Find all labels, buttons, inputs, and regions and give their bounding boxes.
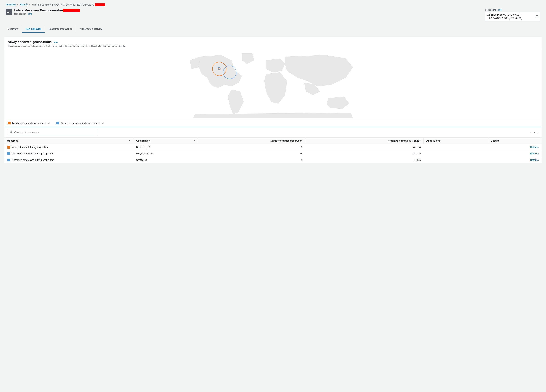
panel-description: This resource was observed operating in … <box>8 45 538 47</box>
chevron-right-icon: › <box>538 153 539 155</box>
table-row[interactable]: Newly observed during scope timeBellevue… <box>4 144 542 150</box>
legend-swatch-newly <box>8 122 11 124</box>
legend-label-newly: Newly observed during scope time <box>12 122 49 124</box>
chevron-right-icon: › <box>538 146 539 148</box>
search-icon <box>10 131 12 134</box>
chevron-right-icon: › <box>17 3 18 6</box>
page-number: 1 <box>534 131 535 134</box>
breadcrumb-search[interactable]: Search <box>20 3 27 6</box>
table-row[interactable]: Observed before and during scope timeSea… <box>4 157 542 163</box>
sort-icon: ▽ <box>419 139 421 141</box>
row-geolocation: Bellevue, US <box>133 144 198 150</box>
row-annotations <box>423 144 488 150</box>
breadcrumb-detective[interactable]: Detective <box>6 3 16 6</box>
col-geolocation[interactable]: Geolocation▽ <box>133 138 198 144</box>
col-observed[interactable]: Observed▼ <box>4 138 133 144</box>
geolocations-panel: Newly observed geolocations Info This re… <box>4 37 542 163</box>
row-geolocation: Seattle, US <box>133 157 198 163</box>
svg-point-7 <box>10 131 12 133</box>
details-link[interactable]: Details › <box>530 146 539 148</box>
scope-time-label: Scope time <box>485 9 496 11</box>
world-map[interactable] <box>4 50 542 119</box>
row-swatch <box>7 146 10 148</box>
row-pct: 2.96% <box>305 157 423 163</box>
breadcrumb-current: AwsRoleSession/AROAXTKM3VWIW427ZEP3O:xyu… <box>32 3 105 6</box>
row-annotations <box>423 150 488 157</box>
col-details: Details <box>488 138 542 144</box>
role-session-icon <box>6 9 12 15</box>
filter-input-wrapper[interactable] <box>8 130 98 135</box>
tab-kubernetes-activity[interactable]: Kubernetes activity <box>76 26 105 32</box>
chevron-right-icon: › <box>521 13 522 16</box>
geolocations-table: Observed▼ Geolocation▽ Number of times o… <box>4 137 542 163</box>
row-pct: 44.97% <box>305 150 423 157</box>
row-geolocation: US (37.8,-97.8) <box>133 150 198 157</box>
scope-time-picker[interactable]: 02/26/2024 15:00 (UTC-07:00) › 02/27/202… <box>485 12 540 21</box>
sort-icon: ▽ <box>301 139 302 141</box>
col-annotations[interactable]: Annotations <box>423 138 488 144</box>
map-legend: Newly observed during scope time Observe… <box>4 119 542 127</box>
legend-swatch-before <box>56 122 59 124</box>
tab-resource-interaction[interactable]: Resource interaction <box>45 26 76 32</box>
page-title: LateralMovementDemo:xyuezhu- <box>14 9 80 12</box>
filter-input[interactable] <box>13 131 96 134</box>
row-pct: 52.07% <box>305 144 423 150</box>
row-annotations <box>423 157 488 163</box>
row-observed: Observed before and during scope time <box>12 159 54 161</box>
svg-point-1 <box>9 12 10 13</box>
chevron-right-icon: › <box>29 3 30 6</box>
page-next-button[interactable]: › <box>537 131 538 134</box>
row-times: 88 <box>198 144 305 150</box>
sort-icon: ▽ <box>194 139 195 141</box>
tab-overview[interactable]: Overview <box>4 26 22 32</box>
scope-end: 02/27/2024 17:00 (UTC-07:00) <box>487 17 522 20</box>
legend-label-before: Observed before and during scope time <box>61 122 104 124</box>
info-link[interactable]: Info <box>28 13 32 15</box>
tabs: Overview New behavior Resource interacti… <box>4 26 542 33</box>
page-prev-button[interactable]: ‹ <box>530 131 531 134</box>
row-swatch <box>7 159 10 161</box>
col-pct[interactable]: Percentage of total API calls▽ <box>305 138 423 144</box>
table-row[interactable]: Observed before and during scope timeUS … <box>4 150 542 157</box>
details-link[interactable]: Details › <box>530 159 539 161</box>
scope-info-link[interactable]: Info <box>498 9 501 11</box>
panel-title: Newly observed geolocations <box>8 40 52 44</box>
tab-new-behavior[interactable]: New behavior <box>22 26 45 33</box>
chevron-right-icon: › <box>538 159 539 161</box>
breadcrumb: Detective › Search › AwsRoleSession/AROA… <box>4 0 542 9</box>
row-swatch <box>7 152 10 155</box>
panel-info-link[interactable]: Info <box>54 41 58 44</box>
redacted-block <box>95 3 105 6</box>
row-times: 76 <box>198 150 305 157</box>
calendar-icon <box>536 15 538 18</box>
scope-start: 02/26/2024 15:00 (UTC-07:00) <box>487 13 520 16</box>
row-observed: Observed before and during scope time <box>12 152 54 155</box>
col-times[interactable]: Number of times observed▽ <box>198 138 305 144</box>
pagination: ‹ 1 › <box>530 131 538 134</box>
page-subtitle: Role session <box>14 13 26 15</box>
details-link[interactable]: Details › <box>530 152 539 155</box>
redacted-block <box>63 9 80 12</box>
sort-desc-icon: ▼ <box>129 139 130 141</box>
svg-rect-2 <box>536 15 538 17</box>
row-observed: Newly observed during scope time <box>12 146 49 148</box>
row-times: 5 <box>198 157 305 163</box>
